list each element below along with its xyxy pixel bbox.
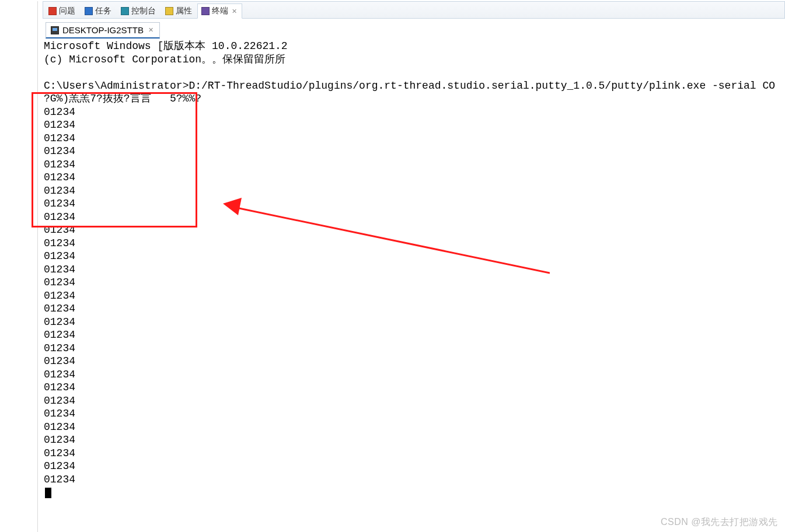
- terminal-output-line: 01234: [43, 368, 785, 382]
- view-tab-label: 任务: [95, 6, 111, 16]
- view-tab-4[interactable]: 终端✕: [197, 4, 242, 19]
- terminal-output-line: 01234: [43, 276, 785, 289]
- terminal-output-line: 01234: [43, 328, 785, 342]
- view-tab-label: 问题: [59, 6, 75, 16]
- terminal-output-line: 01234: [43, 197, 785, 211]
- terminal-output-line: 01234: [43, 158, 785, 172]
- terminal-output-line: 01234: [43, 223, 785, 237]
- terminal-header-line: Microsoft Windows [版版本本 10.0.22621.2: [43, 40, 785, 53]
- terminal-output-line: 01234: [43, 421, 785, 434]
- terminal-output-line: 01234: [43, 302, 785, 316]
- monitor-icon: [51, 26, 59, 34]
- terminal-session-tab[interactable]: DESKTOP-IG2STTB ✕: [46, 22, 160, 38]
- terminal-output-line: 01234: [43, 355, 785, 368]
- view-tab-label: 终端: [212, 6, 228, 16]
- terminal-output-line: 01234: [43, 342, 785, 355]
- terminal-output-line: 01234: [43, 250, 785, 263]
- terminal-output-line: 01234: [43, 263, 785, 276]
- terminal-output-line: 01234: [43, 394, 785, 408]
- terminal-output-line: 01234: [43, 407, 785, 421]
- terminal-output-line: 01234: [43, 473, 785, 487]
- terminal-output-line: 01234: [43, 106, 785, 119]
- terminal-output-line: 01234: [43, 118, 785, 132]
- terminal-output-line: 01234: [43, 237, 785, 250]
- teal-icon: [121, 7, 129, 15]
- terminal-cursor: [45, 488, 51, 498]
- terminal-output-line: 01234: [43, 381, 785, 394]
- terminal-header-line: (c) Microsoft Corporation。。保保留留所所: [43, 53, 785, 66]
- terminal-output-line: 01234: [43, 433, 785, 447]
- terminal-output-line: 01234: [43, 145, 785, 158]
- view-tab-strip: 问题任务控制台属性终端✕: [43, 1, 785, 19]
- view-tab-label: 控制台: [131, 6, 156, 16]
- purple-icon: [201, 7, 210, 15]
- close-icon[interactable]: ✕: [232, 8, 237, 15]
- terminal-blank-line: [43, 66, 785, 79]
- terminal-output-line: 01234: [43, 184, 785, 198]
- terminal-output-line: 01234: [43, 171, 785, 184]
- blue-icon: [85, 7, 93, 15]
- view-tab-label: 属性: [176, 6, 192, 16]
- red-icon: [48, 7, 57, 15]
- close-icon[interactable]: ✕: [148, 26, 153, 34]
- view-tab-3[interactable]: 属性: [161, 3, 197, 18]
- terminal-output-line: 01234: [43, 460, 785, 473]
- terminal-command-line: C:\Users\Administrator>D:/RT-ThreadStudi…: [43, 79, 785, 93]
- terminal-output-line: 01234: [43, 211, 785, 224]
- view-tab-2[interactable]: 控制台: [117, 3, 161, 18]
- terminal-output-line: 01234: [43, 447, 785, 460]
- terminal-session-tab-strip: DESKTOP-IG2STTB ✕: [43, 20, 785, 38]
- terminal-garbled-line: ?G%)羔羔7?抜抜?言言 5?%%?: [43, 92, 785, 106]
- terminal-output-line: 01234: [43, 289, 785, 303]
- view-tab-0[interactable]: 问题: [44, 3, 81, 18]
- terminal-output-line: 01234: [43, 132, 785, 145]
- watermark-text: CSDN @我先去打把游戏先: [661, 516, 778, 528]
- view-tab-1[interactable]: 任务: [81, 3, 117, 18]
- terminal-session-label: DESKTOP-IG2STTB: [62, 25, 144, 35]
- terminal-cursor-line: [43, 486, 785, 499]
- terminal-output-line: 01234: [43, 316, 785, 329]
- terminal-output[interactable]: Microsoft Windows [版版本本 10.0.22621.2(c) …: [43, 38, 785, 532]
- yellow-icon: [165, 7, 173, 15]
